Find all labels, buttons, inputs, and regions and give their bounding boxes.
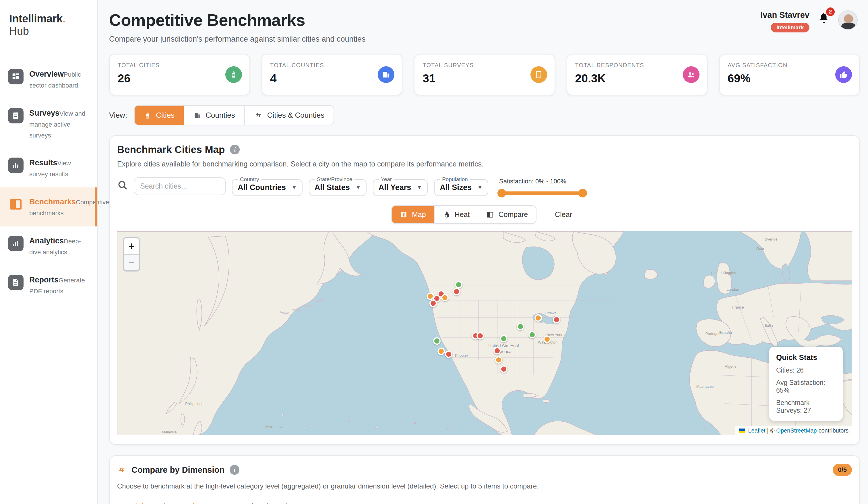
osm-link[interactable]: OpenStreetMap [776, 428, 817, 434]
map-mode-toggle: Map Heat Compare [391, 205, 537, 224]
view-option-cities[interactable]: Cities [135, 106, 184, 125]
compare-tabs: High-Level Categories Granular Dimension… [117, 499, 852, 504]
view-toggle-row: View: Cities Counties Cities & Counties [109, 105, 860, 125]
tab-granular-dimensions[interactable]: Granular Dimensions [218, 499, 300, 504]
city-marker[interactable] [493, 347, 501, 354]
year-filter[interactable]: Year All Years▼ [373, 176, 428, 196]
city-marker[interactable] [544, 336, 551, 343]
state-filter-label: State/Province [314, 176, 355, 183]
sidebar-item-benchmarks[interactable]: BenchmarksCompetitive benchmarks [0, 187, 97, 226]
city-marker[interactable] [430, 300, 437, 307]
org-badge: Intellimark [771, 23, 809, 32]
notification-count-badge: 2 [826, 8, 835, 16]
city-marker[interactable] [433, 337, 441, 345]
notifications-button[interactable]: 2 [817, 11, 830, 27]
quick-stats-surveys: Benchmark Surveys: 27 [776, 399, 836, 414]
city-marker[interactable] [445, 350, 452, 358]
search-cities-input[interactable] [134, 177, 226, 195]
slider-handle-min[interactable] [497, 189, 506, 197]
city-marker[interactable] [437, 348, 445, 355]
city-icon [144, 112, 151, 119]
quick-stats-panel: Quick Stats Cities: 26 Avg Satisfaction:… [769, 347, 843, 421]
view-option-label: Cities & Counties [267, 111, 324, 120]
city-marker[interactable] [553, 316, 560, 323]
population-filter[interactable]: Population All Sizes▼ [434, 176, 488, 196]
city-marker[interactable] [528, 331, 536, 338]
sidebar-item-label: Benchmarks [29, 197, 76, 206]
mode-heat-button[interactable]: Heat [435, 206, 478, 223]
shapes-icon [118, 503, 126, 504]
tab-label: High-Level Categories [131, 502, 202, 504]
map-mode-row: Map Heat Compare Clear [117, 205, 852, 224]
view-option-cities-and-counties[interactable]: Cities & Counties [245, 106, 333, 125]
sidebar-item-overview[interactable]: OverviewPublic sector dashboard [0, 60, 97, 99]
stat-value: 20.3K [575, 72, 699, 85]
copyright-symbol: © [771, 428, 775, 434]
mode-label: Compare [498, 210, 528, 219]
main-content: Competitive Benchmarks Compare your juri… [97, 0, 868, 504]
city-marker[interactable] [517, 323, 524, 330]
map-attribution: Leaflet | © OpenStreetMap contributors [735, 426, 852, 435]
stat-card-total-respondents: TOTAL RESPONDENTS 20.3K [567, 54, 707, 95]
stat-value: 31 [423, 72, 546, 85]
mode-map-button[interactable]: Map [392, 206, 435, 223]
sidebar-item-label: Surveys [29, 109, 59, 117]
zoom-in-button[interactable]: + [124, 238, 139, 254]
avatar[interactable] [838, 10, 858, 30]
satisfaction-filter: Satisfaction: 0% - 100% [499, 178, 585, 195]
view-option-label: Cities [156, 111, 175, 120]
zoom-out-button[interactable]: − [124, 254, 139, 270]
brand-suffix: Hub [9, 25, 29, 37]
search-icon [117, 180, 128, 193]
compare-arrows-icon [117, 466, 126, 474]
view-label: View: [109, 111, 127, 120]
view-segmented-control: Cities Counties Cities & Counties [134, 105, 334, 125]
sidebar-item-label: Reports [29, 276, 59, 284]
chevron-down-icon: ▼ [477, 185, 483, 191]
mode-compare-button[interactable]: Compare [478, 206, 536, 223]
sidebar-item-reports[interactable]: ReportsGenerate PDF reports [0, 266, 97, 305]
city-marker[interactable] [500, 335, 507, 342]
city-marker[interactable] [455, 281, 462, 288]
survey-chart-icon [530, 66, 547, 83]
ukraine-flag-icon [739, 429, 745, 433]
state-filter[interactable]: State/Province All States▼ [309, 176, 366, 196]
app-window: Intellimark. Hub OverviewPublic sector d… [0, 0, 868, 504]
quick-stats-cities: Cities: 26 [776, 367, 836, 374]
city-marker[interactable] [441, 294, 448, 301]
chevron-down-icon: ▼ [292, 185, 297, 191]
city-marker[interactable] [495, 356, 502, 364]
stat-label: AVG SATISFACTION [727, 62, 851, 69]
map-zoom-control: + − [123, 237, 140, 271]
view-option-counties[interactable]: Counties [184, 106, 245, 125]
chevron-down-icon: ▼ [355, 185, 361, 191]
sidebar-item-results[interactable]: ResultsView survey results [0, 148, 97, 187]
satisfaction-label: Satisfaction: 0% - 100% [499, 178, 585, 185]
stat-card-total-counties: TOTAL COUNTIES 4 [261, 54, 402, 95]
info-icon[interactable]: i [230, 465, 239, 475]
stat-value: 26 [118, 72, 241, 85]
sidebar-item-surveys[interactable]: SurveysView and manage active surveys [0, 99, 97, 149]
attribution-suffix: contributors [819, 428, 849, 434]
satisfaction-slider[interactable] [499, 192, 585, 195]
map-section-title: Benchmark Cities Map [117, 144, 225, 155]
tab-high-level-categories[interactable]: High-Level Categories [117, 499, 203, 504]
selection-count-badge: 0/5 [833, 464, 852, 476]
app-logo: Intellimark. Hub [0, 0, 97, 49]
city-marker[interactable] [535, 314, 542, 322]
sidebar-item-analytics[interactable]: AnalyticsDeep-dive analytics [0, 226, 97, 266]
leaflet-link[interactable]: Leaflet [748, 428, 765, 434]
country-filter[interactable]: Country All Countries▼ [232, 176, 302, 196]
page-title: Competitive Benchmarks [109, 10, 366, 30]
leaflet-map[interactable]: United States of AmericaPhoenixNew YorkW… [117, 232, 852, 435]
city-marker[interactable] [500, 366, 507, 373]
stat-card-avg-satisfaction: AVG SATISFACTION 69% [719, 54, 860, 95]
tab-label: Granular Dimensions [231, 502, 299, 504]
sidebar-nav: OverviewPublic sector dashboard SurveysV… [0, 49, 97, 305]
city-marker[interactable] [476, 332, 484, 340]
year-filter-value: All Years [379, 183, 411, 192]
info-icon[interactable]: i [230, 145, 240, 154]
clear-button[interactable]: Clear [549, 206, 578, 223]
slider-handle-max[interactable] [578, 189, 587, 197]
city-marker[interactable] [453, 288, 461, 295]
